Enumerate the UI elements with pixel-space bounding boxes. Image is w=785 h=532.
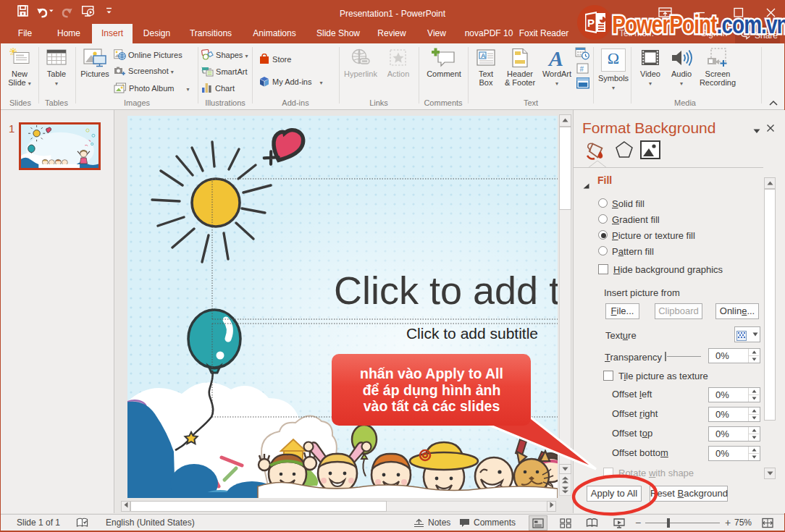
svg-text:A: A [547,48,563,68]
svg-text:Click to add t: Click to add t [334,269,558,312]
svg-text:để áp dụng hình ảnh: để áp dụng hình ảnh [363,382,501,398]
svg-text:A: A [481,52,486,59]
svg-text:#: # [580,65,584,73]
svg-text:P: P [587,17,595,29]
svg-text:vào tất cả các slides: vào tất cả các slides [364,398,500,414]
svg-text:PowerPoint.com.vn: PowerPoint.com.vn [612,10,785,39]
svg-text:nhấn vào Apply to All: nhấn vào Apply to All [360,366,503,381]
